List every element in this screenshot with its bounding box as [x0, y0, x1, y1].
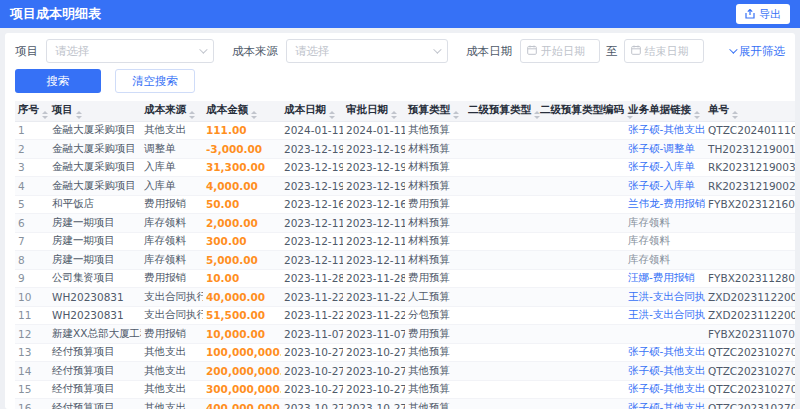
cell-approval-date: 2023-10-27	[343, 380, 405, 399]
cell-approval-date: 2023-10-27	[343, 399, 405, 409]
document-link[interactable]: 张子硕-其他支出	[628, 123, 705, 135]
date-end-input[interactable]: 结束日期	[624, 39, 704, 63]
cell-source: 其他支出	[141, 121, 203, 140]
cell-approval-date: 2023-10-27	[343, 343, 405, 362]
document-link[interactable]: 张子硕-入库单	[628, 179, 695, 191]
document-link[interactable]: 王洪-支出合同执行	[628, 290, 705, 302]
document-link[interactable]: 张子硕-入库单	[628, 160, 695, 172]
source-select[interactable]: 请选择	[286, 39, 448, 63]
cell-budget-type-l2	[465, 251, 537, 270]
document-link[interactable]: 张子硕-其他支出	[628, 401, 705, 409]
cell-budget-type-l2	[465, 269, 537, 288]
cell-budget-type-l2	[465, 158, 537, 177]
document-link[interactable]: 张子硕-调整单	[628, 142, 695, 154]
sort-icon[interactable]	[694, 111, 700, 119]
cell-amount: 10.00	[203, 269, 281, 288]
column-header-10[interactable]: 单号	[705, 101, 795, 121]
document-link[interactable]: 汪娜-费用报销	[628, 271, 695, 283]
cell-budget-type: 人工预算	[405, 288, 465, 307]
column-header-9[interactable]: 业务单据链接	[625, 101, 705, 121]
cell-link: 汪娜-费用报销	[625, 269, 705, 288]
cell-amount: 400,000,000.00	[203, 399, 281, 409]
cell-budget-code-l2	[537, 325, 625, 344]
sort-icon[interactable]	[251, 111, 257, 119]
sort-icon[interactable]	[732, 111, 738, 119]
column-header-3[interactable]: 成本金额	[203, 101, 281, 121]
cell-cost-date: 2023-11-22	[281, 306, 343, 325]
expand-filters-toggle[interactable]: 展开筛选	[729, 44, 785, 59]
cell-doc-no: TH20231219001	[705, 140, 795, 159]
column-label: 二级预算类型	[468, 103, 531, 115]
document-link[interactable]: 张子硕-其他支出	[628, 364, 705, 376]
cell-link: 张子硕-其他支出	[625, 343, 705, 362]
column-header-1[interactable]: 项目	[49, 101, 141, 121]
cell-budget-code-l2	[537, 269, 625, 288]
sort-icon[interactable]	[391, 111, 397, 119]
column-label: 审批日期	[346, 103, 388, 115]
table-row: 5和平饭店费用报销50.002023-12-162023-12-16费用预算兰伟…	[15, 195, 795, 214]
cell-doc-no: QTZC20231027002	[705, 399, 795, 409]
search-button[interactable]: 搜索	[15, 69, 101, 93]
cell-cost-date: 2023-10-27	[281, 380, 343, 399]
column-header-2[interactable]: 成本来源	[141, 101, 203, 121]
sort-icon[interactable]	[76, 111, 82, 119]
cell-source: 费用报销	[141, 195, 203, 214]
cell-project: WH20230831	[49, 306, 141, 325]
column-label: 成本日期	[284, 103, 326, 115]
cell-approval-date: 2023-12-19	[343, 158, 405, 177]
document-link-text: 库存领料	[628, 253, 670, 265]
cell-budget-type: 费用预算	[405, 269, 465, 288]
cell-budget-type: 材料预算	[405, 177, 465, 196]
sort-icon[interactable]	[42, 111, 48, 119]
column-header-4[interactable]: 成本日期	[281, 101, 343, 121]
column-header-7[interactable]: 二级预算类型	[465, 101, 537, 121]
cell-project: 新建XX总部大厦工程二期	[49, 325, 141, 344]
cell-budget-type-l2	[465, 232, 537, 251]
document-link[interactable]: 王洪-支出合同执行	[628, 308, 705, 320]
column-header-6[interactable]: 预算类型	[405, 101, 465, 121]
main-card: 项目 请选择 成本来源 请选择 成本日期 开始日期 至	[5, 33, 795, 409]
cell-no: 3	[15, 158, 49, 177]
date-start-input[interactable]: 开始日期	[520, 39, 600, 63]
cell-source: 库存领料	[141, 214, 203, 233]
cell-doc-no: FYBX20231216001	[705, 195, 795, 214]
cell-approval-date: 2023-11-28	[343, 269, 405, 288]
document-link[interactable]: 张子硕-其他支出	[628, 382, 705, 394]
cell-cost-date: 2023-12-11	[281, 214, 343, 233]
cell-project: 房建一期项目	[49, 214, 141, 233]
sort-icon[interactable]	[189, 111, 195, 119]
cost-detail-table: 序号项目成本来源成本金额成本日期审批日期预算类型二级预算类型二级预算类型编码业务…	[15, 101, 795, 409]
cell-doc-no: QTZC20231027002	[705, 362, 795, 381]
sort-icon[interactable]	[453, 111, 459, 119]
sort-icon[interactable]	[329, 111, 335, 119]
export-button[interactable]: 导出	[736, 4, 790, 24]
cell-project: 经付预算项目	[49, 380, 141, 399]
actions-bar: 搜索 清空搜索	[15, 69, 785, 93]
cell-no: 11	[15, 306, 49, 325]
document-link[interactable]: 张子硕-其他支出	[628, 345, 705, 357]
cell-amount: -3,000.00	[203, 140, 281, 159]
calendar-icon	[631, 45, 641, 58]
calendar-icon	[527, 45, 537, 58]
cell-link	[625, 325, 705, 344]
cell-doc-no: ZXD20231122001	[705, 306, 795, 325]
cell-source: 库存领料	[141, 232, 203, 251]
cell-link: 兰伟龙-费用报销	[625, 195, 705, 214]
column-header-5[interactable]: 审批日期	[343, 101, 405, 121]
cell-approval-date: 2023-12-19	[343, 140, 405, 159]
project-select[interactable]: 请选择	[46, 39, 214, 63]
cell-amount: 300.00	[203, 232, 281, 251]
cell-budget-type: 费用预算	[405, 325, 465, 344]
cell-amount: 10,000.00	[203, 325, 281, 344]
cell-source: 其他支出	[141, 380, 203, 399]
cell-source: 其他支出	[141, 399, 203, 409]
column-label: 序号	[18, 103, 39, 115]
clear-search-button[interactable]: 清空搜索	[115, 69, 195, 93]
cell-link: 张子硕-其他支出	[625, 121, 705, 140]
column-header-8[interactable]: 二级预算类型编码	[537, 101, 625, 121]
chevron-down-icon	[199, 45, 207, 53]
column-header-0[interactable]: 序号	[15, 101, 49, 121]
cell-amount: 300,000,000.00	[203, 380, 281, 399]
document-link[interactable]: 兰伟龙-费用报销	[628, 197, 705, 209]
cell-no: 13	[15, 343, 49, 362]
